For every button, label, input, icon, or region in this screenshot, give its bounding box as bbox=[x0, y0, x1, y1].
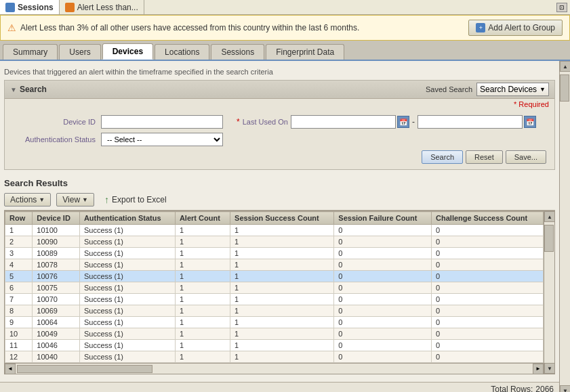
table-cell: 1 bbox=[230, 259, 334, 271]
date-to-calendar-icon[interactable]: 📅 bbox=[524, 116, 536, 128]
table-cell: 9 bbox=[5, 317, 33, 328]
table-cell: 0 bbox=[432, 294, 544, 305]
table-cell: 10069 bbox=[33, 305, 80, 317]
col-device-id[interactable]: Device ID bbox=[33, 212, 80, 225]
table-scroll-up-arrow[interactable]: ▲ bbox=[544, 211, 555, 222]
search-title: ▼ Search bbox=[10, 85, 47, 94]
tab-sessions[interactable]: Sessions bbox=[211, 44, 264, 60]
table-cell: 0 bbox=[334, 351, 432, 363]
table-scroll-thumb[interactable] bbox=[544, 225, 554, 252]
table-cell: 1 bbox=[230, 328, 334, 340]
table-cell: Success (1) bbox=[79, 351, 175, 363]
table-body: 110100Success (1)1100210090Success (1)11… bbox=[5, 225, 544, 363]
tab-summary[interactable]: Summary bbox=[3, 44, 58, 60]
collapse-icon[interactable]: ▼ bbox=[10, 86, 17, 93]
table-cell: 1 bbox=[175, 317, 230, 328]
h-scroll-left-arrow[interactable]: ◄ bbox=[5, 364, 16, 374]
table-scrollbar[interactable]: ▲ ▼ bbox=[544, 211, 554, 374]
table-cell: 0 bbox=[334, 271, 432, 282]
export-icon: ↑ bbox=[104, 194, 109, 205]
results-section: Search Results Actions ▼ View ▼ ↑ Export… bbox=[4, 175, 555, 374]
table-cell: Success (1) bbox=[79, 248, 175, 259]
save-button[interactable]: Save... bbox=[506, 150, 546, 164]
table-row[interactable]: 110100Success (1)1100 bbox=[5, 225, 544, 236]
actions-button[interactable]: Actions ▼ bbox=[4, 193, 51, 206]
results-header: Search Results bbox=[4, 175, 555, 192]
col-challenge-success[interactable]: Challenge Success Count bbox=[432, 212, 544, 225]
reset-button[interactable]: Reset bbox=[466, 150, 503, 164]
table-cell: 0 bbox=[334, 317, 432, 328]
table-container: ▲ ▼ Row Device ID Authentication Status bbox=[4, 211, 555, 374]
table-cell: 0 bbox=[334, 236, 432, 248]
table-cell: Success (1) bbox=[79, 328, 175, 340]
date-from-calendar-icon[interactable]: 📅 bbox=[397, 116, 409, 128]
scroll-thumb[interactable] bbox=[560, 74, 569, 102]
col-session-failure[interactable]: Session Failure Count bbox=[334, 212, 432, 225]
title-tab-alert[interactable]: Alert Less than... bbox=[60, 0, 144, 14]
table-row[interactable]: 210090Success (1)1100 bbox=[5, 236, 544, 248]
tab-fingerprint[interactable]: Fingerprint Data bbox=[266, 44, 344, 60]
table-cell: 1 bbox=[5, 225, 33, 236]
auth-status-select[interactable]: -- Select -- Success Failure Challenge bbox=[101, 133, 223, 146]
table-cell: 1 bbox=[175, 248, 230, 259]
table-cell: 0 bbox=[432, 236, 544, 248]
total-rows-count: 2066 bbox=[535, 385, 554, 392]
table-row[interactable]: 810069Success (1)1100 bbox=[5, 305, 544, 317]
table-scroll-down-arrow[interactable]: ▼ bbox=[544, 363, 555, 374]
restore-button[interactable]: ⊡ bbox=[556, 3, 567, 12]
main-scrollbar[interactable]: ▲ ▼ bbox=[559, 61, 570, 392]
title-bar: Sessions Alert Less than... ⊡ bbox=[0, 0, 570, 15]
title-bar-buttons: ⊡ bbox=[555, 3, 570, 12]
table-cell: 1 bbox=[175, 236, 230, 248]
table-cell: 1 bbox=[230, 225, 334, 236]
table-row[interactable]: 1010049Success (1)1100 bbox=[5, 328, 544, 340]
view-button[interactable]: View ▼ bbox=[56, 193, 94, 206]
export-excel-button[interactable]: ↑ Export to Excel bbox=[100, 192, 171, 207]
table-row[interactable]: 510076Success (1)1100 bbox=[5, 271, 544, 282]
h-scroll-right-arrow[interactable]: ► bbox=[533, 364, 544, 374]
table-row[interactable]: 910064Success (1)1100 bbox=[5, 317, 544, 328]
table-row[interactable]: 1210040Success (1)1100 bbox=[5, 351, 544, 363]
table-cell: 0 bbox=[334, 282, 432, 294]
table-cell: 4 bbox=[5, 259, 33, 271]
table-cell: Success (1) bbox=[79, 340, 175, 351]
device-id-label: Device ID bbox=[13, 118, 101, 126]
device-id-input[interactable] bbox=[101, 115, 223, 129]
table-row[interactable]: 1110046Success (1)1100 bbox=[5, 340, 544, 351]
table-cell: 1 bbox=[175, 351, 230, 363]
tab-devices[interactable]: Devices bbox=[102, 43, 153, 60]
table-row[interactable]: 710070Success (1)1100 bbox=[5, 294, 544, 305]
table-row[interactable]: 610075Success (1)1100 bbox=[5, 282, 544, 294]
date-from-input[interactable]: 2011-04-21 05:33:58 PM bbox=[291, 115, 396, 129]
table-cell: 0 bbox=[334, 225, 432, 236]
tab-users[interactable]: Users bbox=[59, 44, 100, 60]
table-cell: 0 bbox=[334, 328, 432, 340]
table-row[interactable]: 410078Success (1)1100 bbox=[5, 259, 544, 271]
table-cell: Success (1) bbox=[79, 259, 175, 271]
search-button[interactable]: Search bbox=[422, 150, 463, 164]
h-scroll-thumb[interactable] bbox=[17, 365, 152, 373]
table-cell: Success (1) bbox=[79, 294, 175, 305]
col-auth-status[interactable]: Authentication Status bbox=[79, 212, 175, 225]
col-session-success[interactable]: Session Success Count bbox=[230, 212, 334, 225]
saved-search-dropdown[interactable]: Search Devices ▼ bbox=[476, 83, 549, 96]
tab-locations[interactable]: Locations bbox=[155, 44, 209, 60]
table-cell: 12 bbox=[5, 351, 33, 363]
sessions-tab-icon bbox=[5, 3, 15, 12]
col-alert-count[interactable]: Alert Count bbox=[175, 212, 230, 225]
table-cell: 0 bbox=[432, 225, 544, 236]
h-scroll-bar[interactable]: ◄ ► bbox=[5, 363, 544, 374]
table-cell: 0 bbox=[334, 294, 432, 305]
table-cell: Success (1) bbox=[79, 271, 175, 282]
title-tab-sessions[interactable]: Sessions bbox=[0, 0, 60, 14]
table-cell: 10046 bbox=[33, 340, 80, 351]
table-cell: 1 bbox=[230, 282, 334, 294]
add-alert-button[interactable]: + Add Alert to Group bbox=[468, 20, 563, 36]
table-cell: 1 bbox=[230, 317, 334, 328]
scroll-up-arrow[interactable]: ▲ bbox=[560, 61, 570, 72]
scroll-down-arrow[interactable]: ▼ bbox=[560, 385, 570, 392]
table-cell: 1 bbox=[230, 305, 334, 317]
required-star: * bbox=[237, 117, 243, 127]
date-to-input[interactable]: 2011-04-22 11:59:59 PM bbox=[418, 115, 523, 129]
table-row[interactable]: 310089Success (1)1100 bbox=[5, 248, 544, 259]
